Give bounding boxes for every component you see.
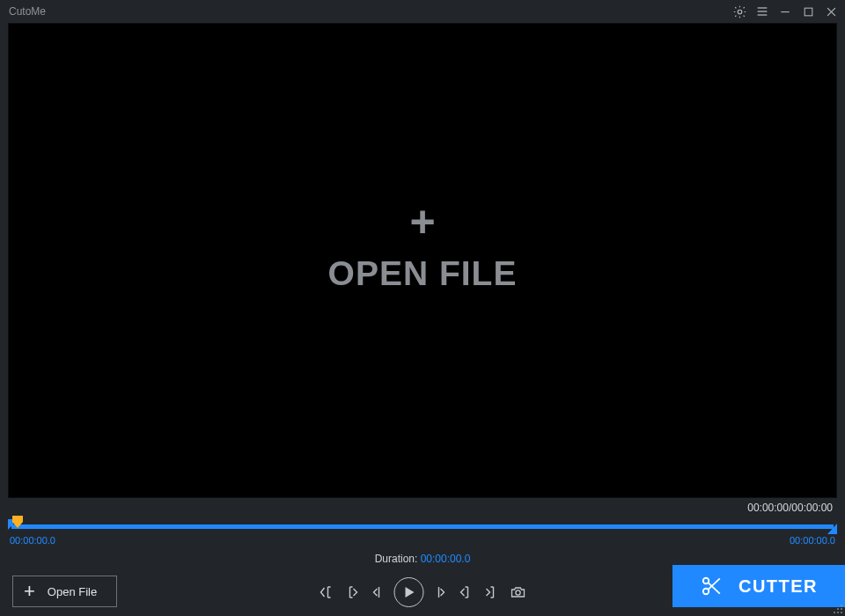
timeline-track[interactable] bbox=[11, 524, 834, 529]
scissors-icon bbox=[700, 575, 723, 598]
menu-icon[interactable] bbox=[753, 3, 771, 20]
app-title: CutoMe bbox=[9, 5, 46, 18]
duration-value: 00:00:00.0 bbox=[421, 553, 471, 565]
open-file-label: OPEN FILE bbox=[328, 254, 518, 293]
mark-in-icon[interactable] bbox=[372, 586, 381, 598]
time-display: 00:00:00 / 00:00:00 bbox=[0, 498, 845, 517]
timeline-start-time[interactable]: 00:00:00.0 bbox=[10, 535, 55, 546]
svg-point-31 bbox=[841, 612, 842, 613]
play-button[interactable] bbox=[394, 577, 424, 607]
video-container: + OPEN FILE bbox=[0, 23, 845, 498]
maximize-button[interactable] bbox=[799, 3, 817, 20]
player-controls bbox=[320, 577, 526, 607]
plus-icon: + bbox=[24, 582, 35, 601]
timeline-end-handle[interactable] bbox=[827, 524, 837, 534]
bottom-bar: Duration: 00:00:00.0 + Open File bbox=[0, 546, 845, 616]
bottom-right: CUTTER bbox=[672, 565, 845, 607]
time-total: 00:00:00 bbox=[791, 502, 833, 514]
start-bracket-icon[interactable] bbox=[347, 586, 359, 598]
svg-point-32 bbox=[837, 608, 839, 610]
duration-display: Duration: 00:00:00.0 bbox=[0, 553, 845, 565]
open-file-dropzone[interactable]: + OPEN FILE bbox=[328, 209, 518, 293]
svg-marker-16 bbox=[406, 587, 415, 598]
resize-grip[interactable] bbox=[833, 604, 843, 614]
time-current: 00:00:00 bbox=[747, 502, 789, 514]
open-file-button-label: Open File bbox=[48, 585, 97, 598]
svg-point-0 bbox=[738, 10, 742, 14]
svg-point-29 bbox=[841, 605, 842, 606]
end-bracket-in-icon[interactable] bbox=[459, 586, 472, 598]
timeline-container: 00:00:00.0 00:00:00.0 bbox=[0, 519, 845, 546]
close-button[interactable] bbox=[822, 3, 840, 20]
minimize-button[interactable] bbox=[776, 3, 794, 20]
mark-out-icon[interactable] bbox=[437, 586, 446, 598]
svg-point-30 bbox=[841, 608, 842, 610]
camera-icon[interactable] bbox=[511, 586, 526, 598]
svg-point-25 bbox=[703, 578, 709, 584]
svg-point-33 bbox=[837, 612, 839, 613]
cutter-button[interactable]: CUTTER bbox=[672, 565, 845, 607]
svg-rect-5 bbox=[805, 8, 812, 16]
svg-point-34 bbox=[834, 612, 835, 613]
app-window: CutoMe bbox=[0, 0, 845, 616]
plus-icon: + bbox=[328, 209, 518, 235]
open-file-button[interactable]: + Open File bbox=[12, 576, 117, 607]
timeline[interactable] bbox=[8, 519, 837, 535]
timeline-end-time[interactable]: 00:00:00.0 bbox=[790, 535, 835, 546]
duration-label: Duration: bbox=[375, 553, 421, 565]
titlebar-actions bbox=[731, 3, 840, 20]
cutter-button-label: CUTTER bbox=[738, 576, 818, 597]
timeline-playhead[interactable] bbox=[12, 516, 23, 528]
video-preview: + OPEN FILE bbox=[8, 23, 837, 498]
svg-point-24 bbox=[516, 590, 520, 595]
svg-point-26 bbox=[703, 589, 709, 595]
timeline-times: 00:00:00.0 00:00:00.0 bbox=[8, 535, 837, 546]
titlebar: CutoMe bbox=[0, 0, 845, 23]
svg-marker-8 bbox=[12, 516, 23, 528]
gear-icon[interactable] bbox=[731, 3, 748, 20]
prev-frame-icon[interactable] bbox=[320, 586, 334, 598]
end-bracket-icon[interactable] bbox=[485, 586, 497, 598]
